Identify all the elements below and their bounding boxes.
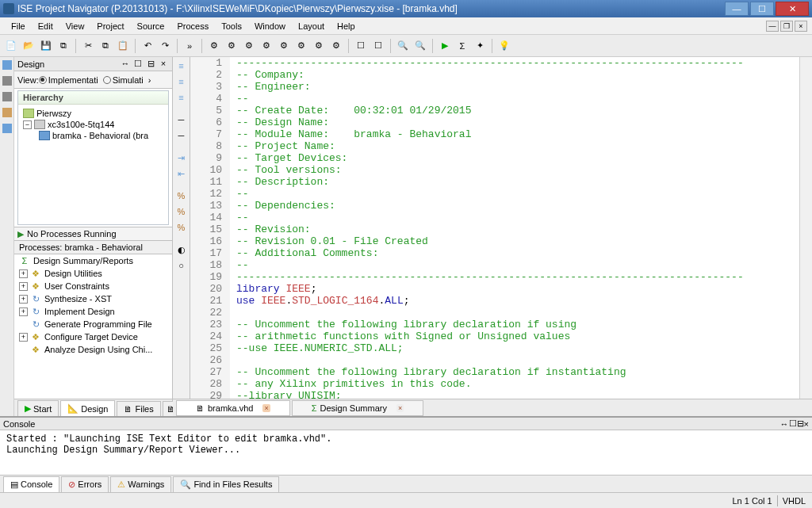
nav-back[interactable]: ☐ bbox=[353, 38, 369, 54]
menu-help[interactable]: Help bbox=[331, 20, 362, 32]
tool-g[interactable]: ⚙ bbox=[311, 38, 327, 54]
hint-button[interactable]: 💡 bbox=[496, 38, 512, 54]
view-more-icon[interactable]: › bbox=[148, 75, 151, 85]
panel-float-icon[interactable]: ☐ bbox=[132, 59, 144, 70]
process-generate-prog-file[interactable]: ↻Generate Programming File bbox=[14, 318, 172, 330]
edit-tool-1[interactable]: ≡ bbox=[174, 59, 189, 73]
edit-tool-12[interactable]: ○ bbox=[174, 258, 189, 273]
maximize-button[interactable]: ☐ bbox=[750, 2, 774, 16]
expander-minus-icon[interactable]: − bbox=[23, 120, 32, 129]
edit-tool-3[interactable]: ≡ bbox=[174, 90, 189, 105]
expander-plus-icon[interactable]: + bbox=[19, 282, 28, 291]
process-implement[interactable]: +↻Implement Design bbox=[14, 305, 172, 318]
edit-tool-7[interactable]: ⇤ bbox=[174, 166, 189, 181]
tab-files[interactable]: 🗎Files bbox=[117, 401, 160, 416]
menu-tools[interactable]: Tools bbox=[215, 20, 248, 32]
panel-close-icon[interactable]: × bbox=[158, 59, 169, 70]
console-tab-errors[interactable]: ⊘Errors bbox=[61, 476, 109, 492]
view-implementation-radio[interactable]: Implementati bbox=[39, 75, 98, 85]
menu-window[interactable]: Window bbox=[248, 20, 292, 32]
process-design-summary[interactable]: ΣDesign Summary/Reports bbox=[14, 254, 172, 267]
console-tab-warnings[interactable]: ⚠Warnings bbox=[110, 476, 171, 492]
hierarchy-chip[interactable]: − xc3s100e-5tq144 bbox=[23, 119, 163, 130]
tab-close-icon[interactable]: × bbox=[262, 404, 270, 412]
process-design-utilities[interactable]: +❖Design Utilities bbox=[14, 267, 172, 280]
tab-start[interactable]: ▶Start bbox=[17, 400, 59, 416]
mdi-restore-button[interactable]: ❐ bbox=[780, 21, 793, 32]
more-button[interactable]: » bbox=[182, 38, 197, 54]
open-button[interactable]: 📂 bbox=[21, 38, 36, 54]
find2-button[interactable]: 🔍 bbox=[412, 38, 428, 54]
menu-project[interactable]: Project bbox=[90, 20, 130, 32]
console-arrows-icon[interactable]: ↔ bbox=[780, 419, 789, 429]
edit-tool-9[interactable]: % bbox=[174, 204, 189, 219]
expander-plus-icon[interactable]: + bbox=[19, 269, 28, 278]
play-icon[interactable]: ▶ bbox=[17, 229, 24, 239]
console-close-icon[interactable]: × bbox=[804, 419, 809, 429]
process-user-constraints[interactable]: +❖User Constraints bbox=[14, 280, 172, 292]
copy-button[interactable]: ⧉ bbox=[98, 38, 113, 54]
console-pin-icon[interactable]: ⊟ bbox=[797, 418, 804, 429]
edit-tool-5[interactable]: ─ bbox=[174, 128, 189, 143]
edit-tool-2[interactable]: ≡ bbox=[174, 74, 189, 89]
tab-close-icon[interactable]: × bbox=[396, 404, 404, 412]
side-icon-2[interactable] bbox=[2, 76, 12, 86]
menu-file[interactable]: File bbox=[5, 20, 32, 32]
tool-c[interactable]: ⚙ bbox=[241, 38, 257, 54]
tool-e[interactable]: ⚙ bbox=[276, 38, 292, 54]
mdi-close-button[interactable]: × bbox=[795, 21, 807, 32]
mdi-minimize-button[interactable]: — bbox=[766, 21, 779, 32]
close-button[interactable]: ✕ bbox=[776, 2, 809, 16]
menu-process[interactable]: Process bbox=[170, 20, 215, 32]
new-button[interactable]: 📄 bbox=[3, 38, 19, 54]
cut-button[interactable]: ✂ bbox=[80, 38, 96, 54]
side-icon-4[interactable] bbox=[2, 108, 12, 117]
expander-plus-icon[interactable]: + bbox=[19, 333, 28, 342]
editor-scrollbar[interactable] bbox=[799, 57, 812, 399]
process-analyze[interactable]: ❖Analyze Design Using Chi... bbox=[14, 343, 172, 356]
view-simulation-radio[interactable]: Simulati bbox=[103, 75, 144, 85]
expander-plus-icon[interactable]: + bbox=[19, 295, 28, 304]
edit-tool-4[interactable]: ─ bbox=[174, 113, 189, 127]
redo-button[interactable]: ↷ bbox=[157, 38, 173, 54]
tool-f[interactable]: ⚙ bbox=[293, 38, 309, 54]
hierarchy-project[interactable]: Pierwszy bbox=[23, 108, 163, 119]
side-icon-5[interactable] bbox=[2, 124, 12, 133]
side-icon-3[interactable] bbox=[2, 92, 12, 101]
edit-tool-11[interactable]: ◐ bbox=[174, 243, 189, 257]
menu-layout[interactable]: Layout bbox=[292, 20, 331, 32]
menu-edit[interactable]: Edit bbox=[32, 20, 59, 32]
run-button[interactable]: ▶ bbox=[437, 38, 453, 54]
editor-tab-bramka[interactable]: 🗎 bramka.vhd × bbox=[176, 400, 290, 416]
edit-tool-6[interactable]: ⇥ bbox=[174, 151, 189, 165]
sigma-button[interactable]: Σ bbox=[454, 38, 470, 54]
console-tab-find[interactable]: 🔍Find in Files Results bbox=[173, 476, 279, 492]
paste-button[interactable]: 📋 bbox=[115, 38, 131, 54]
tool-d[interactable]: ⚙ bbox=[259, 38, 274, 54]
process-synthesize[interactable]: +↻Synthesize - XST bbox=[14, 292, 172, 305]
tool-a[interactable]: ⚙ bbox=[206, 38, 222, 54]
console-tab-console[interactable]: ▤Console bbox=[3, 476, 59, 492]
menu-view[interactable]: View bbox=[59, 20, 91, 32]
process-configure-target[interactable]: +❖Configure Target Device bbox=[14, 330, 172, 343]
code-editor[interactable]: 1---------------------------------------… bbox=[190, 57, 799, 399]
find-button[interactable]: 🔍 bbox=[395, 38, 411, 54]
side-icon-1[interactable] bbox=[2, 60, 12, 70]
tool-b[interactable]: ⚙ bbox=[224, 38, 239, 54]
menu-source[interactable]: Source bbox=[131, 20, 171, 32]
expander-plus-icon[interactable]: + bbox=[19, 307, 28, 316]
undo-button[interactable]: ↶ bbox=[140, 38, 155, 54]
minimize-button[interactable]: — bbox=[725, 2, 749, 16]
tool-h[interactable]: ⚙ bbox=[328, 38, 344, 54]
nav-fwd[interactable]: ☐ bbox=[370, 38, 386, 54]
console-float-icon[interactable]: ☐ bbox=[789, 418, 797, 429]
save-button[interactable]: 💾 bbox=[38, 38, 54, 54]
console-output[interactable]: Started : "Launching ISE Text Editor to … bbox=[0, 430, 812, 475]
hierarchy-module[interactable]: bramka - Behavioral (bra bbox=[23, 130, 163, 141]
edit-tool-8[interactable]: % bbox=[174, 189, 189, 203]
tool-x[interactable]: ✦ bbox=[472, 38, 488, 54]
saveall-button[interactable]: ⧉ bbox=[56, 38, 71, 54]
editor-tab-summary[interactable]: Σ Design Summary × bbox=[292, 400, 423, 416]
panel-pin-icon[interactable]: ⊟ bbox=[145, 59, 156, 70]
panel-arrows-icon[interactable]: ↔ bbox=[120, 59, 131, 70]
